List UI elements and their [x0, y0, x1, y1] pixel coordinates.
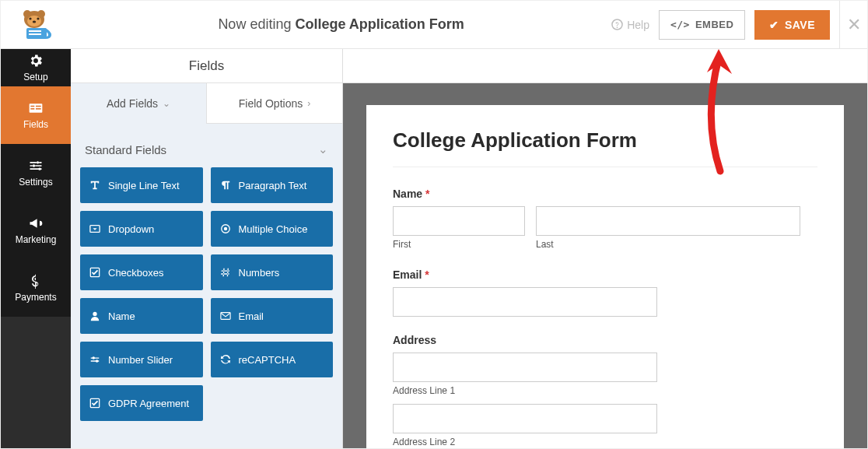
recaptcha-icon	[220, 354, 231, 365]
svg-point-22	[223, 227, 226, 230]
svg-point-4	[29, 17, 31, 19]
first-name-input[interactable]	[393, 206, 525, 236]
standard-fields-grid: Single Line Text Paragraph Text Dropdown…	[80, 167, 333, 421]
last-sublabel: Last	[536, 239, 668, 250]
fields-panel-header: Fields	[71, 49, 342, 83]
form-name: College Application Form	[295, 16, 464, 32]
address-line1-input[interactable]	[393, 353, 657, 382]
svg-rect-8	[29, 30, 41, 32]
field-recaptcha[interactable]: reCAPTCHA	[211, 342, 334, 377]
svg-point-11	[617, 26, 618, 28]
required-asterisk: *	[422, 188, 429, 200]
nav-fields-label: Fields	[23, 119, 48, 130]
field-email-block[interactable]: Email *	[393, 268, 817, 317]
field-name[interactable]: Name	[80, 298, 203, 334]
field-multiple-choice[interactable]: Multiple Choice	[211, 211, 334, 247]
slider-icon	[89, 354, 100, 365]
form-icon	[28, 100, 44, 116]
email-input[interactable]	[393, 287, 657, 317]
fields-panel-body: Standard Fields ⌄ Single Line Text Parag…	[71, 124, 342, 437]
svg-rect-13	[30, 106, 34, 107]
svg-rect-14	[30, 108, 34, 110]
field-label: GDPR Agreement	[108, 398, 189, 409]
chevron-down-icon: ⌄	[318, 142, 328, 156]
check-icon: ✔	[769, 19, 779, 31]
address-label: Address	[393, 334, 817, 346]
field-number-slider[interactable]: Number Slider	[80, 342, 203, 377]
last-name-input[interactable]	[536, 206, 800, 236]
dollar-icon	[28, 273, 44, 289]
user-icon	[89, 310, 100, 321]
preview-column: College Application Form Name * First La…	[343, 49, 867, 448]
nav-settings-label: Settings	[19, 177, 52, 188]
field-email[interactable]: Email	[211, 298, 334, 334]
address-line2-input[interactable]	[393, 404, 657, 433]
field-dropdown[interactable]: Dropdown	[80, 211, 203, 247]
field-label: Checkboxes	[108, 267, 164, 279]
envelope-icon	[220, 310, 231, 321]
nav-setup-label: Setup	[23, 72, 47, 82]
chevron-right-icon: ›	[307, 98, 310, 109]
preview-header-spacer	[343, 49, 867, 83]
nav-setup[interactable]: Setup	[1, 49, 71, 86]
paragraph-icon	[220, 180, 231, 191]
field-single-line-text[interactable]: Single Line Text	[80, 167, 203, 203]
svg-rect-15	[36, 106, 41, 107]
field-name-block[interactable]: Name * First Last	[393, 188, 817, 250]
nav-marketing[interactable]: Marketing	[1, 202, 71, 259]
close-button[interactable]: ✕	[839, 1, 867, 49]
form-title: College Application Form	[393, 128, 817, 167]
app-logo	[1, 1, 71, 49]
bullhorn-icon	[28, 216, 44, 231]
tab-field-options-label: Field Options	[239, 97, 303, 110]
nav-settings[interactable]: Settings	[1, 144, 71, 202]
field-label: Numbers	[239, 267, 280, 279]
chevron-down-icon: ⌄	[163, 98, 170, 109]
nav-fields[interactable]: Fields	[1, 86, 71, 144]
email-label: Email *	[393, 268, 817, 281]
tab-field-options[interactable]: Field Options ›	[206, 83, 342, 124]
field-checkboxes[interactable]: Checkboxes	[80, 254, 203, 290]
radio-icon	[220, 223, 231, 234]
field-label: Multiple Choice	[239, 223, 308, 235]
last-name-col: Last	[536, 206, 668, 250]
svg-point-6	[33, 20, 36, 23]
top-bar: Now editing College Application Form Hel…	[1, 1, 867, 49]
svg-point-26	[93, 356, 96, 360]
help-link[interactable]: Help	[611, 19, 649, 31]
svg-point-5	[37, 17, 39, 19]
required-asterisk: *	[422, 268, 429, 281]
svg-rect-16	[36, 108, 41, 110]
embed-icon: </>	[670, 19, 690, 30]
dropdown-icon	[89, 223, 100, 234]
svg-point-19	[38, 168, 40, 170]
name-label-text: Name	[393, 188, 422, 200]
address-line2-sublabel: Address Line 2	[393, 437, 817, 447]
field-numbers[interactable]: Numbers	[211, 254, 334, 290]
field-label: Dropdown	[108, 223, 154, 235]
editing-title: Now editing College Application Form	[71, 16, 611, 33]
section-standard-fields[interactable]: Standard Fields ⌄	[80, 135, 333, 167]
gear-icon	[28, 53, 44, 68]
embed-button[interactable]: </> EMBED	[659, 10, 745, 40]
main-area: Setup Fields Settings Marketing Payments…	[1, 49, 867, 448]
tab-add-fields-label: Add Fields	[107, 97, 158, 110]
save-button[interactable]: ✔ SAVE	[754, 10, 830, 40]
hash-icon	[220, 267, 231, 278]
nav-payments[interactable]: Payments	[1, 259, 71, 317]
field-label: reCAPTCHA	[239, 354, 296, 366]
field-gdpr-agreement[interactable]: GDPR Agreement	[80, 385, 203, 421]
svg-point-27	[96, 360, 99, 363]
check-square-icon	[89, 398, 100, 409]
preview-frame-wrap: College Application Form Name * First La…	[343, 83, 867, 448]
name-label: Name *	[393, 188, 817, 200]
field-address-block[interactable]: Address Address Line 1 Address Line 2	[393, 334, 817, 447]
nav-marketing-label: Marketing	[16, 234, 57, 245]
field-paragraph-text[interactable]: Paragraph Text	[211, 167, 334, 203]
address-line1-sublabel: Address Line 1	[393, 385, 817, 396]
nav-payments-label: Payments	[15, 292, 56, 303]
email-label-text: Email	[393, 268, 422, 281]
tab-add-fields[interactable]: Add Fields ⌄	[71, 83, 206, 124]
sliders-icon	[28, 158, 44, 174]
svg-point-17	[37, 161, 39, 163]
